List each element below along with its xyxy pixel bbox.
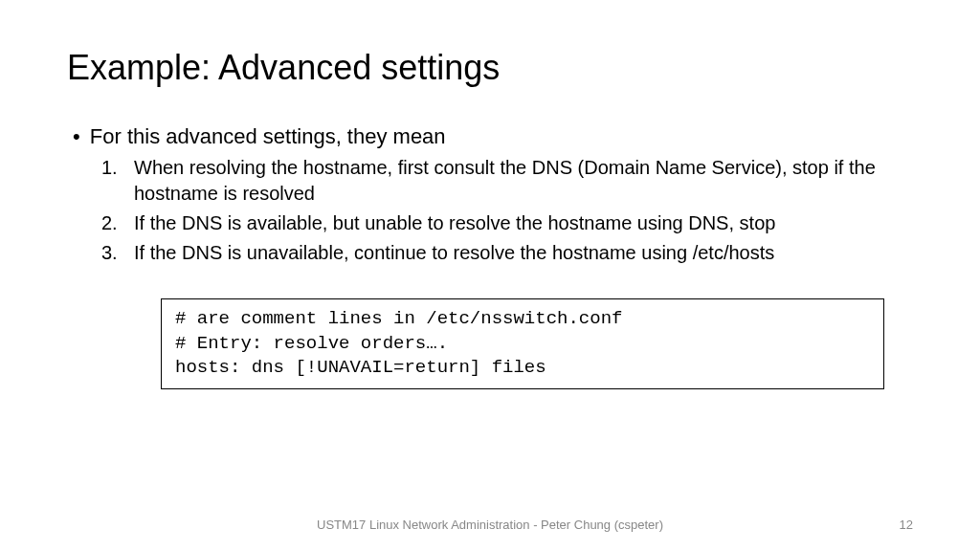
bullet-main: For this advanced settings, they mean: [67, 124, 913, 149]
code-line: # Entry: resolve orders….: [175, 332, 870, 357]
page-number: 12: [900, 518, 913, 532]
footer-text: USTM17 Linux Network Administration - Pe…: [67, 518, 913, 532]
item-text: If the DNS is available, but unable to r…: [134, 210, 913, 236]
footer: USTM17 Linux Network Administration - Pe…: [0, 518, 980, 532]
item-text: If the DNS is unavailable, continue to r…: [134, 240, 913, 266]
code-box: # are comment lines in /etc/nsswitch.con…: [161, 298, 884, 389]
list-item: 1. When resolving the hostname, first co…: [101, 155, 913, 207]
slide-title: Example: Advanced settings: [67, 48, 913, 88]
list-item: 2. If the DNS is available, but unable t…: [101, 210, 913, 236]
item-text: When resolving the hostname, first consu…: [134, 155, 913, 207]
list-item: 3. If the DNS is unavailable, continue t…: [101, 240, 913, 266]
item-number: 3.: [101, 240, 134, 266]
numbered-list: 1. When resolving the hostname, first co…: [67, 155, 913, 266]
code-line: # are comment lines in /etc/nsswitch.con…: [175, 307, 870, 332]
item-number: 1.: [101, 155, 134, 207]
code-line: hosts: dns [!UNAVAIL=return] files: [175, 356, 870, 381]
item-number: 2.: [101, 210, 134, 236]
